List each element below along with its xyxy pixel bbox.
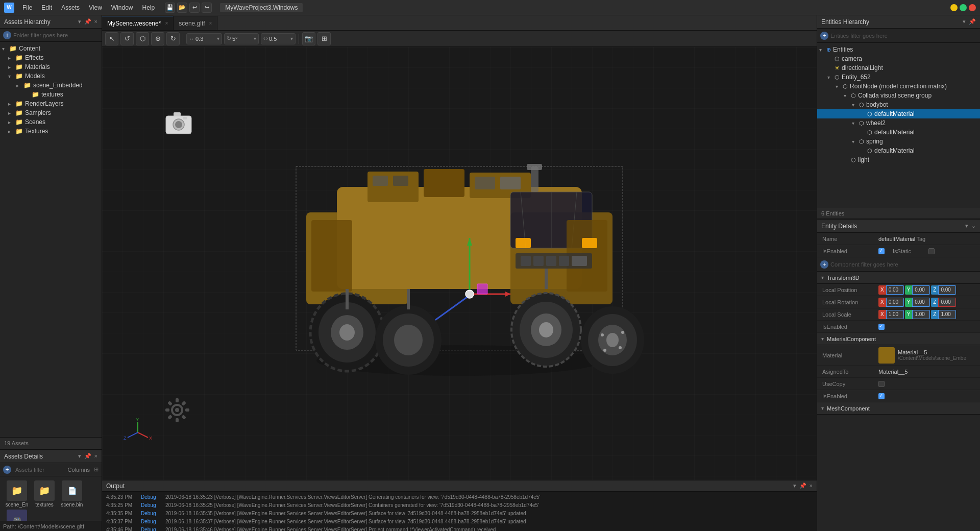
columns-label[interactable]: Columns: [68, 467, 90, 473]
tree-node-wheel2[interactable]: ▾ ⬡ wheel2: [817, 118, 980, 128]
scale-y-val[interactable]: 1.00: [912, 310, 930, 319]
rot-x-val[interactable]: 0.00: [886, 298, 904, 307]
tree-item-textures[interactable]: ▸ 📁 Textures: [0, 127, 102, 136]
assets-details-close[interactable]: ×: [94, 453, 97, 460]
tree-item-textures-sub[interactable]: ▸ 📁 textures: [0, 90, 102, 99]
pos-z-val[interactable]: 0.00: [938, 285, 956, 295]
entity-details-chevron[interactable]: ▾: [965, 223, 968, 229]
local-position-x[interactable]: X 0.00: [878, 285, 904, 295]
tree-entity-652[interactable]: ▾ ⬡ Entity_652: [817, 73, 980, 82]
entities-hierarchy-pin[interactable]: 📌: [969, 18, 976, 25]
local-scale-y[interactable]: Y 1.00: [905, 310, 930, 319]
tree-item-renderlayers[interactable]: ▸ 📁 RenderLayers: [0, 99, 102, 108]
asset-item-0[interactable]: 📁 scene_En: [4, 480, 30, 508]
tool-pivot[interactable]: ⊕: [151, 32, 164, 45]
tree-entity-directional-light[interactable]: ▸ ☀ directionalLight: [817, 63, 980, 73]
menu-edit[interactable]: Edit: [37, 3, 56, 12]
grid-btn[interactable]: ⊞: [317, 32, 331, 45]
minimize-btn[interactable]: [950, 4, 958, 11]
snap-translate-arrow[interactable]: ▾: [217, 36, 219, 41]
tree-node-spring-default-material[interactable]: ▸ ⬡ defaultMaterial: [817, 146, 980, 155]
close-btn[interactable]: [969, 4, 976, 11]
isenabled-checkbox[interactable]: [878, 248, 885, 254]
assets-filter-add[interactable]: +: [3, 466, 11, 474]
output-pin[interactable]: 📌: [799, 482, 806, 489]
tree-entities-root[interactable]: ▾ ⊕ Entities: [817, 45, 980, 54]
tree-node-default-material-selected[interactable]: ▸ ⬡ defaultMaterial: [817, 109, 980, 118]
tab-myscene-close[interactable]: ×: [165, 20, 168, 26]
local-scale-z[interactable]: Z 1.00: [931, 310, 956, 319]
asset-item-2[interactable]: 📄 scene.bin: [59, 480, 85, 508]
local-scale-x[interactable]: X 1.00: [878, 310, 904, 319]
camera-btn[interactable]: 📷: [302, 32, 315, 45]
toolbar-save[interactable]: 💾: [165, 3, 175, 13]
tool-transform[interactable]: ⬡: [136, 32, 149, 45]
tool-select[interactable]: ↖: [105, 32, 118, 45]
menu-assets[interactable]: Assets: [57, 3, 84, 12]
maximize-btn[interactable]: [960, 4, 967, 11]
tree-node-light[interactable]: ▸ ⬡ light: [817, 155, 980, 164]
material-isenabled-checkbox[interactable]: [878, 393, 885, 399]
snap-scale-input[interactable]: [269, 36, 289, 42]
asset-item-1[interactable]: 📁 textures: [32, 480, 57, 508]
assets-details-chevron[interactable]: ▾: [78, 453, 81, 460]
tree-item-scene-embedded[interactable]: ▸ 📁 scene_Embedded: [0, 81, 102, 90]
tree-node-rootnode[interactable]: ▾ ⬡ RootNode (model correction matrix): [817, 82, 980, 91]
assets-hierarchy-chevron[interactable]: ▾: [78, 18, 81, 25]
tree-item-content[interactable]: ▾ 📁 Content: [0, 44, 102, 53]
material-thumbnail[interactable]: [878, 347, 895, 364]
scale-x-val[interactable]: 1.00: [886, 310, 904, 319]
tree-item-scenes[interactable]: ▸ 📁 Scenes: [0, 117, 102, 127]
local-position-y[interactable]: Y 0.00: [905, 285, 930, 295]
tree-node-wheel2-default-material[interactable]: ▸ ⬡ defaultMaterial: [817, 128, 980, 137]
pos-x-val[interactable]: 0.00: [886, 285, 904, 295]
assets-hierarchy-pin[interactable]: 📌: [84, 18, 91, 25]
component-filter-add[interactable]: +: [820, 260, 828, 269]
entities-filter-add[interactable]: +: [820, 32, 828, 40]
use-copy-checkbox[interactable]: [878, 381, 885, 387]
tab-scene-gltf[interactable]: scene.gltf ×: [174, 16, 217, 30]
pos-y-val[interactable]: 0.00: [912, 285, 930, 295]
transform3d-section-header[interactable]: ▾ Transform3D: [817, 272, 980, 284]
rot-z-val[interactable]: 0.00: [938, 298, 956, 307]
assets-details-pin[interactable]: 📌: [84, 453, 91, 460]
transform-isenabled-checkbox[interactable]: [878, 324, 885, 330]
tool-space[interactable]: ↻: [166, 32, 180, 45]
tree-item-samplers[interactable]: ▸ 📁 Samplers: [0, 108, 102, 117]
snap-rotate-input[interactable]: [232, 36, 253, 42]
assets-tree[interactable]: ▾ 📁 Content ▸ 📁 Effects ▸ 📁 Materials: [0, 42, 102, 437]
menu-file[interactable]: File: [18, 3, 36, 12]
tab-myscene[interactable]: MyScene.wescene* ×: [102, 16, 174, 30]
asset-item-3[interactable]: 🎮 scene.gltf: [4, 510, 30, 521]
detail-name-value[interactable]: defaultMaterial: [878, 236, 917, 242]
output-close[interactable]: ×: [810, 482, 813, 489]
tree-item-effects[interactable]: ▸ 📁 Effects: [0, 53, 102, 62]
toolbar-redo[interactable]: ↪: [202, 3, 212, 13]
entities-tree[interactable]: ▾ ⊕ Entities ▸ ⬡ camera ▸ ☀ directionalL…: [817, 43, 980, 208]
scale-z-val[interactable]: 1.00: [938, 310, 956, 319]
toolbar-undo[interactable]: ↩: [189, 3, 200, 13]
toolbar-open[interactable]: 📂: [177, 3, 187, 13]
tree-node-collada[interactable]: ▾ ⬡ Collada visual scene group: [817, 91, 980, 100]
tree-item-models[interactable]: ▾ 📁 Models: [0, 71, 102, 81]
entity-details-expand[interactable]: ⌄: [971, 223, 976, 229]
entities-hierarchy-chevron[interactable]: ▾: [963, 18, 966, 25]
local-rotation-y[interactable]: Y 0.00: [905, 298, 930, 307]
local-rotation-z[interactable]: Z 0.00: [931, 298, 956, 307]
menu-window[interactable]: Window: [107, 3, 137, 12]
snap-rotate-arrow[interactable]: ▾: [254, 36, 256, 41]
tree-node-bodybot[interactable]: ▾ ⬡ bodybot: [817, 100, 980, 109]
snap-scale-arrow[interactable]: ▾: [290, 36, 293, 41]
local-position-z[interactable]: Z 0.00: [931, 285, 956, 295]
mesh-component-header[interactable]: ▾ MeshComponent: [817, 402, 980, 415]
menu-help[interactable]: Help: [138, 3, 159, 12]
material-component-header[interactable]: ▾ MaterialComponent: [817, 333, 980, 345]
tab-scene-gltf-close[interactable]: ×: [209, 20, 212, 26]
isstatic-checkbox[interactable]: [928, 248, 935, 254]
local-rotation-x[interactable]: X 0.00: [878, 298, 904, 307]
menu-view[interactable]: View: [85, 3, 106, 12]
assets-hierarchy-close[interactable]: ×: [94, 18, 97, 25]
snap-translate-input[interactable]: [195, 36, 216, 42]
tree-node-spring[interactable]: ▾ ⬡ spring: [817, 137, 980, 146]
tree-entity-camera[interactable]: ▸ ⬡ camera: [817, 54, 980, 63]
